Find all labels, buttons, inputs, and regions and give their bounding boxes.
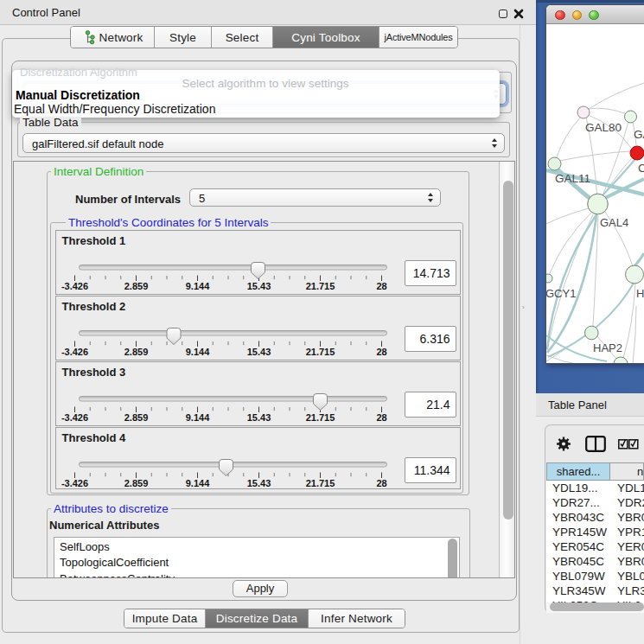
svg-text:GA: GA [634,128,644,141]
svg-text:GAL11: GAL11 [555,172,590,185]
svg-text:GCY1: GCY1 [546,287,576,300]
svg-text:GAL80: GAL80 [585,121,622,134]
svg-text:HAP2: HAP2 [593,341,622,354]
svg-text:GAL4: GAL4 [600,216,628,229]
svg-text:H: H [636,287,644,300]
svg-text:C: C [638,162,644,175]
